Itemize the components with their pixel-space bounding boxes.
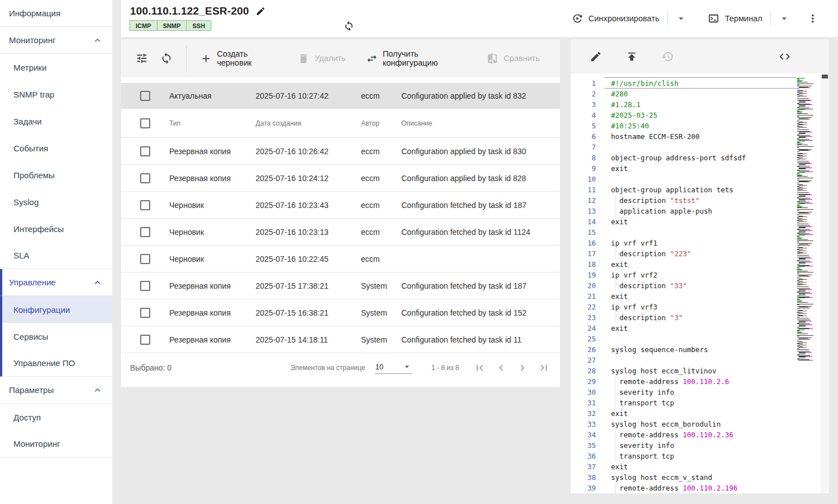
table-row[interactable]: Резервная копия 2025-07-15 17:38:21 Syst… <box>121 272 560 299</box>
sidebar-item[interactable]: Проблемы <box>0 161 112 188</box>
sidebar-item[interactable]: SNMP trap <box>0 81 112 108</box>
sidebar-item[interactable]: SLA <box>0 242 112 269</box>
first-page-icon[interactable] <box>474 362 486 374</box>
code-line[interactable]: 2#280 <box>571 89 829 99</box>
row-checkbox[interactable] <box>140 91 150 101</box>
synchronize-button[interactable]: Синхронизировать <box>572 13 659 24</box>
row-checkbox[interactable] <box>140 254 150 264</box>
code-line[interactable]: 34 remote-address 100.110.2.36 <box>571 429 829 440</box>
table-row[interactable]: Резервная копия 2025-07-15 14:18:11 Syst… <box>121 326 560 353</box>
table-row[interactable]: Черновик 2025-07-16 10:23:13 eccm Config… <box>121 219 560 246</box>
sidebar-item[interactable]: Задачи <box>0 108 112 135</box>
sidebar-item[interactable]: События <box>0 135 112 161</box>
row-checkbox[interactable] <box>140 200 150 210</box>
code-line[interactable]: 3#1.28.1 <box>571 99 829 110</box>
code-line[interactable]: 23 description "3" <box>571 312 829 323</box>
code-line[interactable]: 26syslog sequence-numbers <box>571 344 829 355</box>
sidebar-item[interactable]: Управление ПО <box>0 350 112 377</box>
row-checkbox[interactable] <box>140 335 150 345</box>
sidebar-item[interactable]: Сервисы <box>0 323 112 350</box>
code-view-icon[interactable] <box>779 50 791 63</box>
row-checkbox[interactable] <box>140 281 150 291</box>
availability-refresh-icon[interactable] <box>344 21 354 31</box>
code-line[interactable]: 13 application apple-push <box>571 206 829 216</box>
chevron-up-icon[interactable] <box>92 277 103 288</box>
sidebar-item[interactable]: Мониторинг <box>0 27 112 54</box>
table-row[interactable]: Черновик 2025-07-16 10:23:43 eccm Config… <box>121 192 560 219</box>
upload-config-icon[interactable] <box>626 50 638 63</box>
per-page-select[interactable]: 10 <box>375 362 412 374</box>
code-line[interactable]: 21exit <box>571 291 829 302</box>
code-line[interactable]: 29 remote-address 100.110.2.6 <box>571 376 829 387</box>
terminal-dropdown-icon[interactable] <box>779 13 790 24</box>
chevron-up-icon[interactable] <box>92 35 103 46</box>
scrollbar-thumb[interactable] <box>822 75 828 78</box>
code-line[interactable]: 36 transport tcp <box>571 451 829 461</box>
code-line[interactable]: 12 description "tstst" <box>571 195 829 206</box>
code-line[interactable]: 31 transport tcp <box>571 397 829 408</box>
sidebar-item[interactable]: Параметры <box>0 377 112 404</box>
delete-button[interactable]: Удалить <box>298 53 345 64</box>
code-line[interactable]: 24exit <box>571 323 829 334</box>
table-row[interactable]: Резервная копия 2025-07-16 10:26:42 eccm… <box>121 138 560 165</box>
edit-config-icon[interactable] <box>590 50 602 63</box>
code-line[interactable]: 39 remote-address 100.110.2.196 <box>571 483 829 493</box>
sidebar-item[interactable]: Интерфейсы <box>0 215 112 242</box>
more-menu-icon[interactable] <box>807 12 819 25</box>
code-line[interactable]: 30 severity info <box>571 387 829 397</box>
code-line[interactable]: 19ip vrf vrf2 <box>571 270 829 280</box>
create-draft-button[interactable]: Создать черновик <box>200 49 277 67</box>
fetch-configuration-button[interactable]: Получить конфигурацию <box>366 49 467 67</box>
code-line[interactable]: 8object-group address-port sdfsdf <box>571 152 829 163</box>
filter-tune-icon[interactable] <box>136 52 148 64</box>
sidebar-item[interactable]: Управление <box>0 269 112 296</box>
sidebar-item[interactable]: Информация <box>0 0 112 27</box>
editor-minimap[interactable] <box>797 78 820 361</box>
row-checkbox[interactable] <box>140 227 150 237</box>
current-configuration-row[interactable]: Актуальная 2025-07-16 10:27:42 eccm Conf… <box>121 83 560 109</box>
last-page-icon[interactable] <box>538 362 550 374</box>
table-row[interactable]: Резервная копия 2025-07-15 16:38:21 Syst… <box>121 299 560 326</box>
row-checkbox[interactable] <box>140 173 150 183</box>
row-checkbox[interactable] <box>140 308 150 318</box>
sidebar-item[interactable]: Метрики <box>0 54 112 81</box>
code-line[interactable]: 20 description "33" <box>571 280 829 291</box>
code-line[interactable]: 25 <box>571 334 829 344</box>
row-checkbox[interactable] <box>140 146 150 156</box>
code-line[interactable]: 38syslog host eccm_v_stand <box>571 472 829 483</box>
code-line[interactable]: 9exit <box>571 163 829 174</box>
compare-button[interactable]: Сравнить <box>487 53 540 64</box>
synchronize-dropdown-icon[interactable] <box>675 13 687 24</box>
terminal-button[interactable]: Терминал <box>708 13 762 24</box>
code-line[interactable]: 16ip vrf vrf1 <box>571 238 829 248</box>
code-line[interactable]: 18exit <box>571 259 829 270</box>
code-line[interactable]: 7 <box>571 142 829 152</box>
sidebar-item[interactable]: Доступ <box>0 404 112 431</box>
editor-scrollbar[interactable] <box>821 73 829 493</box>
code-line[interactable]: 15 <box>571 227 829 238</box>
edit-title-icon[interactable] <box>256 6 266 16</box>
code-line[interactable]: 11object-group application tets <box>571 184 829 195</box>
code-editor[interactable]: 1#!/usr/bin/clish2#2803#1.28.14#2025-03-… <box>571 73 829 493</box>
table-refresh-icon[interactable] <box>160 52 173 64</box>
table-row[interactable]: Резервная копия 2025-07-16 10:24:12 eccm… <box>121 165 560 192</box>
prev-page-icon[interactable] <box>495 362 507 374</box>
code-line[interactable]: 6hostname ECCM-ESR-200 <box>571 131 829 142</box>
code-line[interactable]: 27 <box>571 355 829 366</box>
chevron-up-icon[interactable] <box>92 385 103 396</box>
code-line[interactable]: 35 severity info <box>571 440 829 451</box>
sidebar-item[interactable]: Syslog <box>0 188 112 215</box>
code-line[interactable]: 4#2025-03-25 <box>571 110 829 121</box>
history-icon[interactable] <box>661 50 674 63</box>
code-line[interactable]: 17 description "223" <box>571 248 829 259</box>
code-line[interactable]: 5#10:25:40 <box>571 121 829 131</box>
select-all-checkbox[interactable] <box>140 118 150 128</box>
code-line[interactable]: 37exit <box>571 461 829 472</box>
code-line[interactable]: 33syslog host eccm_borodulin <box>571 419 829 429</box>
code-line[interactable]: 1#!/usr/bin/clish <box>571 78 829 89</box>
code-line[interactable]: 10 <box>571 174 829 184</box>
sidebar-item[interactable]: Мониторинг <box>0 431 112 457</box>
next-page-icon[interactable] <box>516 362 529 374</box>
code-line[interactable]: 32exit <box>571 408 829 419</box>
code-line[interactable]: 22ip vrf vrf3 <box>571 302 829 312</box>
